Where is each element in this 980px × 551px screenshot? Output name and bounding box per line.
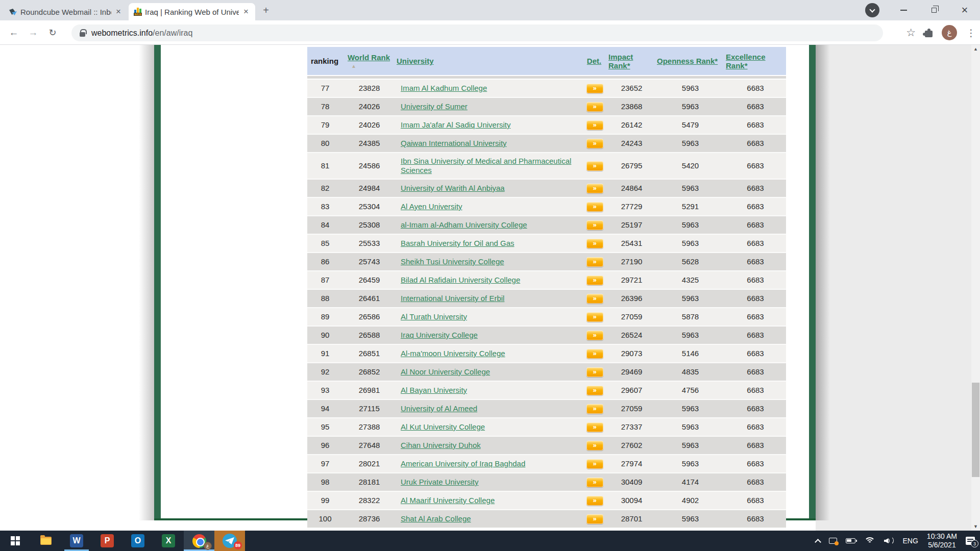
- start-button[interactable]: [0, 531, 31, 551]
- scrollbar-thumb[interactable]: [972, 383, 979, 477]
- details-button[interactable]: »: [586, 257, 603, 267]
- university-link[interactable]: Al Maarif University College: [401, 496, 495, 505]
- details-button[interactable]: »: [586, 514, 603, 524]
- university-link[interactable]: Bilad Al Rafidain University College: [401, 276, 520, 284]
- forward-button[interactable]: →: [27, 26, 40, 39]
- page-left-green-border: [154, 45, 161, 520]
- details-button[interactable]: »: [586, 184, 603, 193]
- minimize-button[interactable]: [888, 0, 919, 20]
- university-link[interactable]: Al Bayan University: [401, 386, 467, 394]
- details-button[interactable]: »: [586, 386, 603, 395]
- header-det[interactable]: Det.: [582, 47, 607, 76]
- tab-title: Roundcube Webmail :: Inbox: [20, 8, 111, 16]
- profile-avatar[interactable]: غ: [942, 25, 957, 40]
- university-link[interactable]: al-Imam al-Adham University College: [401, 220, 527, 229]
- taskbar-word[interactable]: W: [61, 531, 92, 551]
- volume-icon[interactable]: [884, 537, 894, 544]
- university-link[interactable]: American University of Iraq Baghdad: [401, 459, 525, 468]
- university-link[interactable]: Ibn Sina University of Medical and Pharm…: [401, 157, 571, 174]
- university-link[interactable]: Al Turath University: [401, 312, 467, 321]
- ranking-table-header: ranking World Rank▲ University Det. Impa…: [307, 47, 786, 79]
- tab-roundcube-webmail[interactable]: Roundcube Webmail :: Inbox ×: [4, 3, 128, 20]
- impact-rank-cell: 23652: [607, 79, 656, 97]
- taskbar-file-explorer[interactable]: [31, 531, 61, 551]
- close-button[interactable]: ×: [949, 0, 980, 20]
- university-link[interactable]: International University of Erbil: [401, 294, 504, 303]
- lock-icon[interactable]: [80, 32, 85, 37]
- header-excellence-rank[interactable]: Excellence Rank*: [725, 47, 786, 76]
- university-link[interactable]: University of Al Ameed: [401, 404, 477, 413]
- details-button[interactable]: »: [586, 349, 603, 359]
- header-impact-rank[interactable]: Impact Rank*: [607, 47, 656, 76]
- university-link[interactable]: Basrah University for Oil and Gas: [401, 239, 514, 247]
- action-center-icon[interactable]: 3: [966, 537, 975, 545]
- maximize-button[interactable]: [919, 0, 949, 20]
- language-indicator[interactable]: ENG: [903, 537, 918, 545]
- university-link[interactable]: University of Sumer: [401, 102, 468, 111]
- university-link[interactable]: Sheikh Tusi University College: [401, 257, 504, 266]
- clock[interactable]: 10:30 AM 5/6/2021: [927, 532, 957, 549]
- reload-button[interactable]: ↻: [46, 26, 59, 39]
- university-link[interactable]: Imam Ja'afar Al Sadiq University: [401, 120, 510, 129]
- tab-webometrics-iraq[interactable]: WEB Iraq | Ranking Web of Universitie ×: [129, 3, 255, 20]
- details-button[interactable]: »: [586, 84, 603, 93]
- university-link[interactable]: University of Warith Al Anbiyaa: [401, 184, 505, 192]
- extensions-puzzle-icon[interactable]: [925, 31, 933, 37]
- taskbar-chrome[interactable]: غ: [184, 531, 214, 551]
- university-link[interactable]: Al Noor University College: [401, 367, 490, 376]
- tab-search-button[interactable]: [865, 3, 879, 17]
- university-cell: International University of Erbil: [396, 289, 582, 308]
- university-link[interactable]: Cihan University Duhok: [401, 441, 481, 449]
- scrollbar-down-arrow-icon[interactable]: ▼: [971, 522, 980, 531]
- university-link[interactable]: Al Ayen University: [401, 202, 462, 211]
- wifi-icon[interactable]: [864, 537, 875, 545]
- details-button[interactable]: »: [586, 459, 603, 469]
- details-button[interactable]: »: [586, 422, 603, 432]
- details-button[interactable]: »: [586, 276, 603, 285]
- details-button[interactable]: »: [586, 220, 603, 230]
- university-cell: Basrah University for Oil and Gas: [396, 234, 582, 253]
- openness-rank-cell: 4325: [656, 271, 725, 289]
- back-button[interactable]: ←: [7, 26, 20, 39]
- details-button[interactable]: »: [586, 239, 603, 248]
- details-button[interactable]: »: [586, 441, 603, 450]
- taskbar-powerpoint[interactable]: P: [92, 531, 122, 551]
- display-sync-icon[interactable]: [829, 538, 837, 544]
- header-world-rank[interactable]: World Rank▲: [343, 47, 396, 76]
- university-link[interactable]: Imam Al Kadhum College: [401, 84, 487, 92]
- details-button[interactable]: »: [586, 139, 603, 148]
- taskbar-excel[interactable]: X: [153, 531, 184, 551]
- details-button[interactable]: »: [586, 161, 603, 171]
- details-button[interactable]: »: [586, 312, 603, 322]
- details-button[interactable]: »: [586, 294, 603, 304]
- tab-close-icon[interactable]: ×: [114, 7, 122, 17]
- header-university[interactable]: University: [396, 47, 582, 76]
- university-link[interactable]: Al-ma'moon University College: [401, 349, 505, 358]
- address-bar[interactable]: webometrics.info/en/aw/iraq: [71, 24, 883, 41]
- details-button[interactable]: »: [586, 478, 603, 487]
- page-scrollbar[interactable]: ▲ ▼: [971, 45, 980, 531]
- excellence-rank-cell: 6683: [725, 79, 786, 97]
- details-button[interactable]: »: [586, 102, 603, 112]
- university-link[interactable]: Uruk Private University: [401, 478, 479, 486]
- taskbar-outlook[interactable]: O: [122, 531, 153, 551]
- details-button[interactable]: »: [586, 496, 603, 506]
- details-button[interactable]: »: [586, 331, 603, 340]
- details-button[interactable]: »: [586, 202, 603, 212]
- battery-icon[interactable]: [846, 538, 855, 543]
- university-link[interactable]: Shat Al Arab College: [401, 514, 471, 523]
- browser-menu-icon[interactable]: ⋮: [966, 27, 976, 39]
- tab-close-icon[interactable]: ×: [242, 7, 250, 17]
- details-button[interactable]: »: [586, 367, 603, 377]
- bookmark-star-icon[interactable]: ☆: [906, 27, 916, 39]
- details-button[interactable]: »: [586, 120, 603, 130]
- details-button[interactable]: »: [586, 404, 603, 414]
- tray-expand-chevron-icon[interactable]: [816, 538, 820, 544]
- university-link[interactable]: Iraq University College: [401, 331, 478, 339]
- new-tab-button[interactable]: +: [259, 4, 273, 17]
- university-link[interactable]: Qaiwan International University: [401, 139, 507, 147]
- scrollbar-up-arrow-icon[interactable]: ▲: [971, 45, 980, 53]
- university-link[interactable]: Al Kut University College: [401, 422, 485, 431]
- taskbar-telegram[interactable]: 89: [214, 531, 245, 551]
- header-openness-rank[interactable]: Openness Rank*: [656, 47, 725, 76]
